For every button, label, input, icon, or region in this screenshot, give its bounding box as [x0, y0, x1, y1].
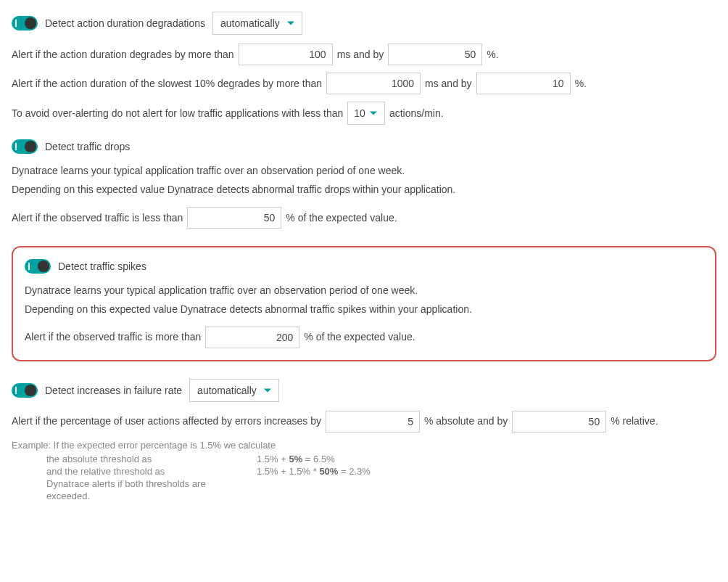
drops-desc-1: Dynatrace learns your typical applicatio…: [12, 163, 716, 179]
spikes-toggle[interactable]: [25, 259, 51, 274]
spikes-pct-input[interactable]: [205, 327, 299, 348]
calc-post: = 2.3%: [338, 466, 370, 477]
duration-section: Detect action duration degradations auto…: [12, 12, 716, 125]
example-exceed-2: exceeded.: [46, 491, 257, 501]
duration-row-1: Alert if the action duration degrades by…: [12, 44, 716, 65]
text-label: Alert if the observed traffic is less th…: [12, 210, 183, 226]
drops-header: Detect traffic drops: [12, 139, 716, 154]
drops-toggle[interactable]: [12, 139, 38, 154]
drops-desc-2: Depending on this expected value Dynatra…: [12, 181, 716, 197]
example-relative-row: and the relative threshold as 1.5% + 1.5…: [46, 466, 716, 477]
duration-slowest-ms-input[interactable]: [326, 73, 421, 94]
chevron-down-icon: [370, 112, 377, 115]
spikes-section-highlighted: Detect traffic spikes Dynatrace learns y…: [12, 246, 716, 361]
failure-title: Detect increases in failure rate: [45, 385, 182, 396]
text-label: % of the expected value.: [286, 210, 397, 226]
example-exceed-1: Dynatrace alerts if both thresholds are: [46, 478, 257, 489]
text-label: ms and by: [425, 75, 472, 91]
text-label: To avoid over-alerting do not alert for …: [12, 105, 343, 121]
example-exceed-row-2: exceeded.: [46, 491, 716, 501]
text-label: % absolute and by: [424, 413, 508, 429]
failure-mode-value: automatically: [197, 385, 257, 396]
duration-pct-input[interactable]: [388, 44, 482, 65]
duration-ms-input[interactable]: [239, 44, 333, 65]
text-label: Alert if the action duration of the slow…: [12, 75, 322, 91]
example-header: Example: If the expected error percentag…: [12, 440, 716, 451]
example-abs-calc: 1.5% + 5% = 6.5%: [257, 454, 335, 464]
text-label: %.: [487, 46, 498, 62]
chevron-down-icon: [264, 388, 271, 392]
duration-mode-value: automatically: [220, 17, 280, 29]
low-traffic-value: 10: [354, 105, 365, 121]
spikes-desc-2: Depending on this expected value Dynatra…: [25, 301, 703, 317]
text-label: % of the expected value.: [304, 329, 415, 345]
failure-mode-select[interactable]: automatically: [189, 379, 279, 402]
text-label: %.: [575, 75, 587, 91]
calc-bold: 50%: [319, 466, 338, 477]
text-label: Alert if the action duration degrades by…: [12, 46, 234, 62]
duration-slowest-pct-input[interactable]: [476, 73, 571, 94]
failure-example: Example: If the expected error percentag…: [12, 440, 716, 501]
spikes-title: Detect traffic spikes: [58, 261, 146, 272]
spikes-row: Alert if the observed traffic is more th…: [25, 327, 703, 348]
spikes-desc-1: Dynatrace learns your typical applicatio…: [25, 282, 703, 298]
example-exceed-row: Dynatrace alerts if both thresholds are: [46, 478, 716, 489]
example-absolute-row: the absolute threshold as 1.5% + 5% = 6.…: [46, 454, 716, 464]
failure-abs-input[interactable]: [326, 411, 420, 433]
duration-mode-select[interactable]: automatically: [212, 12, 302, 35]
calc-pre: 1.5% + 1.5% *: [257, 466, 319, 477]
drops-pct-input[interactable]: [187, 207, 281, 229]
chevron-down-icon: [287, 22, 294, 25]
text-label: ms and by: [337, 46, 384, 62]
failure-row: Alert if the percentage of user actions …: [12, 411, 716, 433]
text-label: actions/min.: [389, 105, 444, 121]
spikes-header: Detect traffic spikes: [25, 259, 703, 274]
failure-toggle[interactable]: [12, 383, 38, 398]
drops-section: Detect traffic drops Dynatrace learns yo…: [12, 139, 716, 229]
drops-row: Alert if the observed traffic is less th…: [12, 207, 716, 229]
example-rel-calc: 1.5% + 1.5% * 50% = 2.3%: [257, 466, 371, 477]
text-label: % relative.: [611, 413, 658, 429]
calc-post: = 6.5%: [302, 454, 334, 464]
duration-low-traffic-select[interactable]: 10: [347, 102, 385, 125]
failure-rel-input[interactable]: [512, 411, 606, 433]
duration-header: Detect action duration degradations auto…: [12, 12, 716, 35]
example-rel-label: and the relative threshold as: [46, 466, 257, 477]
drops-title: Detect traffic drops: [45, 141, 130, 152]
failure-section: Detect increases in failure rate automat…: [12, 379, 716, 501]
example-abs-label: the absolute threshold as: [46, 454, 257, 464]
duration-title: Detect action duration degradations: [45, 17, 205, 29]
duration-row-3: To avoid over-alerting do not alert for …: [12, 102, 716, 125]
calc-bold: 5%: [289, 454, 302, 464]
failure-header: Detect increases in failure rate automat…: [12, 379, 716, 402]
text-label: Alert if the observed traffic is more th…: [25, 329, 201, 345]
calc-pre: 1.5% +: [257, 454, 289, 464]
duration-toggle[interactable]: [12, 16, 38, 30]
duration-row-2: Alert if the action duration of the slow…: [12, 73, 716, 94]
text-label: Alert if the percentage of user actions …: [12, 413, 321, 429]
